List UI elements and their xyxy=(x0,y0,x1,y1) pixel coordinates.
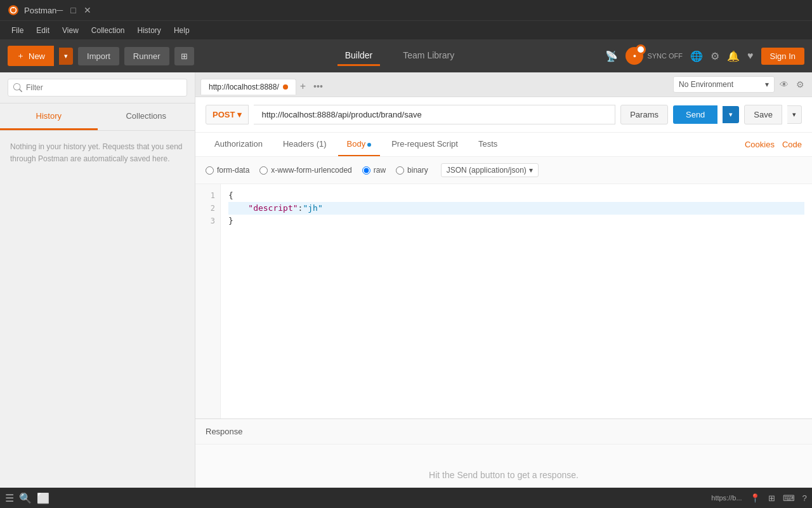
main-layout: History Collections Nothing in your hist… xyxy=(0,72,812,508)
settings-icon-btn[interactable]: ⚙ xyxy=(710,50,719,62)
tab-authorization[interactable]: Authorization xyxy=(206,133,272,156)
location-icon-btn[interactable]: 📍 xyxy=(750,493,761,503)
tab-tests[interactable]: Tests xyxy=(469,133,506,156)
line-numbers: 1 2 3 xyxy=(195,184,221,418)
titlebar: Postman ─ □ ✕ xyxy=(0,0,812,20)
code-link[interactable]: Code xyxy=(782,140,802,149)
binary-option[interactable]: binary xyxy=(396,166,428,175)
code-editor: 1 2 3 { "descript" : "jh" } xyxy=(195,184,812,418)
save-dropdown-button[interactable]: ▾ xyxy=(787,105,802,124)
line-number-1: 1 xyxy=(195,189,215,202)
menu-help[interactable]: Help xyxy=(167,23,196,37)
tab-headers[interactable]: Headers (1) xyxy=(274,133,336,156)
search-btn[interactable]: 🔍 xyxy=(19,492,32,504)
form-data-option[interactable]: form-data xyxy=(206,166,249,175)
menu-history[interactable]: History xyxy=(131,23,167,37)
body-tab-right-links: Cookies Code xyxy=(745,140,802,149)
signin-button[interactable]: Sign In xyxy=(761,48,804,65)
minimize-btn[interactable]: ─ xyxy=(56,5,63,15)
send-dropdown-button[interactable]: ▾ xyxy=(723,106,739,123)
save-button[interactable]: Save xyxy=(744,105,782,124)
line-number-2: 2 xyxy=(195,202,215,215)
raw-radio[interactable] xyxy=(362,166,370,175)
import-button[interactable]: Import xyxy=(78,47,119,65)
code-editor-inner[interactable]: 1 2 3 { "descript" : "jh" } xyxy=(195,184,812,418)
maximize-btn[interactable]: □ xyxy=(70,5,75,15)
value-jh: "jh" xyxy=(303,202,322,215)
builder-nav[interactable]: Builder xyxy=(337,46,381,66)
closing-brace: } xyxy=(228,215,233,227)
toolbar: ＋ New ▾ Import Runner ⊞ Builder Team Lib… xyxy=(0,39,812,72)
params-button[interactable]: Params xyxy=(620,105,668,124)
binary-radio[interactable] xyxy=(396,166,404,175)
keyboard-icon-btn[interactable]: ⌨ xyxy=(783,493,795,503)
send-button[interactable]: Send xyxy=(673,105,717,124)
sidebar: History Collections Nothing in your hist… xyxy=(0,72,195,508)
close-btn[interactable]: ✕ xyxy=(84,5,91,15)
toolbar-right: 📡 ● SYNC OFF 🌐 ⚙ 🔔 ♥ Sign In xyxy=(605,47,804,65)
collections-tab[interactable]: Collections xyxy=(98,104,195,130)
menubar: File Edit View Collection History Help xyxy=(0,20,812,39)
new-plus-icon: ＋ xyxy=(16,50,25,62)
menu-collection[interactable]: Collection xyxy=(85,23,131,37)
env-gear-button[interactable]: ⚙ xyxy=(794,77,807,92)
method-dropdown[interactable]: POST ▾ xyxy=(206,105,249,124)
environment-dropdown[interactable]: No Environment ▾ xyxy=(673,76,775,93)
request-tabs-row: http://localhost:8888/ + ••• No Environm… xyxy=(195,72,812,97)
help-icon-btn[interactable]: ? xyxy=(802,493,807,503)
satellite-icon-btn[interactable]: 📡 xyxy=(605,50,618,62)
tab-modified-dot xyxy=(283,84,288,90)
team-library-nav[interactable]: Team Library xyxy=(395,46,462,66)
bell-icon-btn[interactable]: 🔔 xyxy=(727,50,740,62)
history-tab[interactable]: History xyxy=(0,104,98,130)
sidebar-search-container xyxy=(0,72,195,104)
method-label: POST xyxy=(213,110,235,119)
menu-edit[interactable]: Edit xyxy=(30,23,56,37)
tab-menu-button[interactable]: ••• xyxy=(310,79,327,94)
menu-view[interactable]: View xyxy=(56,23,85,37)
tab-body[interactable]: Body xyxy=(338,133,381,156)
add-tab-button[interactable]: + xyxy=(296,78,310,95)
sidebar-tabs: History Collections xyxy=(0,104,195,131)
postman-logo xyxy=(8,4,19,16)
bottom-bar-right: https://b... 📍 ⊞ ⌨ ? xyxy=(711,493,807,503)
svg-point-0 xyxy=(8,5,18,15)
tab-prerequest[interactable]: Pre-request Script xyxy=(383,133,467,156)
form-data-radio[interactable] xyxy=(206,166,214,175)
method-chevron-icon: ▾ xyxy=(237,110,242,119)
urlencoded-radio[interactable] xyxy=(259,166,268,175)
code-content[interactable]: { "descript" : "jh" } xyxy=(221,184,812,418)
window-controls[interactable]: ─ □ ✕ xyxy=(56,5,91,15)
env-selector: No Environment ▾ 👁 ⚙ xyxy=(673,76,807,97)
form-data-label: form-data xyxy=(217,166,249,175)
globe-icon-btn[interactable]: 🌐 xyxy=(690,50,703,62)
format-chevron-icon: ▾ xyxy=(529,166,533,175)
cookies-link[interactable]: Cookies xyxy=(745,140,775,149)
sidebar-empty-message: Nothing in your history yet. Requests th… xyxy=(0,131,195,508)
opening-brace: { xyxy=(228,189,233,202)
code-line-2: "descript" : "jh" xyxy=(228,202,804,215)
request-builder: POST ▾ Params Send ▾ Save ▾ xyxy=(195,97,812,133)
sync-container[interactable]: ● SYNC OFF xyxy=(625,47,683,65)
raw-option[interactable]: raw xyxy=(362,166,386,175)
proxy-button[interactable]: ⊞ xyxy=(174,47,194,65)
raw-label: raw xyxy=(374,166,386,175)
heart-icon-btn[interactable]: ♥ xyxy=(747,50,754,62)
sync-label: SYNC OFF xyxy=(647,52,683,60)
search-input[interactable] xyxy=(8,79,187,97)
urlencoded-option[interactable]: x-www-form-urlencoded xyxy=(259,166,351,175)
body-tabs: Authorization Headers (1) Body Pre-reque… xyxy=(195,133,812,157)
request-tab-localhost[interactable]: http://localhost:8888/ xyxy=(200,79,296,95)
code-line-3: } xyxy=(228,215,804,227)
layout-icon-btn[interactable]: ⊞ xyxy=(768,493,775,503)
url-input[interactable] xyxy=(254,105,615,124)
menu-file[interactable]: File xyxy=(5,23,30,37)
runner-button[interactable]: Runner xyxy=(124,47,169,65)
new-button[interactable]: ＋ New xyxy=(8,46,54,66)
bottom-bar: ☰ 🔍 ⬜ https://b... 📍 ⊞ ⌨ ? xyxy=(0,488,812,508)
env-eye-button[interactable]: 👁 xyxy=(777,77,791,92)
new-dropdown-button[interactable]: ▾ xyxy=(59,48,73,65)
console-btn[interactable]: ⬜ xyxy=(37,492,49,504)
sidebar-toggle-btn[interactable]: ☰ xyxy=(5,492,14,504)
format-dropdown[interactable]: JSON (application/json) ▾ xyxy=(441,163,539,177)
